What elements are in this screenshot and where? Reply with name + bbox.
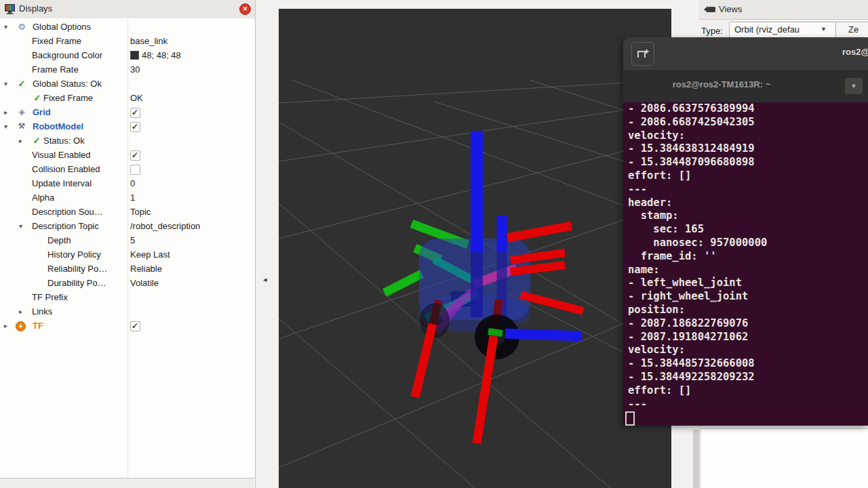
panel-splitter[interactable]: ◂	[256, 0, 279, 488]
tree-row-label: Durability Po…	[47, 276, 106, 290]
check-icon: ✓	[31, 91, 43, 105]
terminal-line: position:	[623, 304, 868, 317]
views-scrollbar[interactable]	[693, 430, 699, 488]
tree-row-value[interactable]: Reliable	[130, 262, 162, 276]
checkbox[interactable]	[130, 150, 140, 161]
tree-row-label: Frame Rate	[32, 62, 79, 77]
chevron-down-icon[interactable]: ▼	[821, 26, 827, 33]
tree-row-label: Global Status: Ok	[33, 77, 102, 91]
views-panel-header[interactable]: Views	[698, 0, 868, 20]
views-list-secondary[interactable]	[797, 428, 868, 488]
terminal-body[interactable]: - 2086.6637576389994- 2086.6687425042305…	[623, 102, 868, 426]
rviz-window: { "displays_panel": { "title": "Displays…	[0, 0, 868, 488]
tree-row-value[interactable]: base_link	[130, 34, 167, 48]
new-tab-button[interactable]	[631, 42, 654, 66]
tree-row-tf[interactable]: ▸TF	[0, 319, 254, 333]
collapsed-arrow-icon[interactable]: ▸	[4, 105, 14, 119]
terminal-line: effort: []	[623, 384, 868, 398]
tree-row-global-options[interactable]: ▾⚙Global Options	[0, 20, 254, 34]
terminal-line: ---	[623, 398, 868, 411]
tree-row-value[interactable]: 30	[130, 62, 140, 77]
checkbox[interactable]	[130, 321, 140, 331]
tree-row-value[interactable]: Keep Last	[130, 247, 170, 262]
tree-row-value[interactable]: 5	[130, 233, 135, 247]
terminal-line: effort: []	[623, 169, 868, 183]
tree-row-background-color[interactable]: Background Color48; 48; 48	[0, 48, 254, 62]
terminal-line: frame_id: ''	[623, 250, 868, 264]
3d-viewport[interactable]	[279, 9, 671, 488]
tree-row-value[interactable]: 48; 48; 48	[130, 48, 181, 62]
terminal-titlebar[interactable]: ros2@	[623, 37, 868, 70]
terminal-line: - right_wheel_joint	[623, 290, 868, 304]
tree-row-value[interactable]: 0	[130, 176, 135, 190]
tree-row-value[interactable]: OK	[130, 91, 143, 105]
check-icon: ✓	[31, 134, 43, 148]
tree-row-global-status-ok[interactable]: ▾✓Global Status: Ok	[0, 77, 254, 91]
views-list[interactable]	[700, 428, 797, 488]
tree-row-fixed-frame[interactable]: ✓Fixed FrameOK	[0, 91, 254, 105]
expanded-arrow-icon[interactable]: ▾	[4, 77, 14, 91]
tree-row-label: Background Color	[32, 48, 102, 62]
terminal-line: velocity:	[623, 344, 868, 357]
expanded-arrow-icon[interactable]: ▾	[19, 219, 28, 233]
tree-row-label: Global Options	[33, 20, 91, 34]
new-tab-icon	[637, 49, 649, 60]
tree-row-frame-rate[interactable]: Frame Rate30	[0, 62, 254, 77]
collapsed-arrow-icon[interactable]: ▸	[19, 304, 28, 319]
tree-row-update-interval[interactable]: Update Interval0	[0, 176, 254, 190]
tree-row-grid[interactable]: ▸◈Grid	[0, 105, 254, 119]
collapse-panel-icon[interactable]: ◂	[263, 275, 267, 284]
tree-row-label: RobotModel	[33, 119, 83, 134]
tree-row-links[interactable]: ▸Links	[0, 304, 254, 319]
collapsed-arrow-icon[interactable]: ▸	[19, 134, 28, 148]
tree-row-description-sou-[interactable]: Description Sou…Topic	[0, 205, 254, 219]
tree-row-tf-prefix[interactable]: TF Prefix	[0, 290, 254, 304]
tree-row-label: Collision Enabled	[32, 162, 100, 176]
tree-row-label: Links	[32, 304, 52, 319]
tree-row-value[interactable]: Volatile	[130, 276, 159, 290]
tree-row-label: TF Prefix	[32, 290, 68, 304]
tree-row-fixed-frame[interactable]: Fixed Framebase_link	[0, 34, 254, 48]
tree-row-label: Fixed Frame	[43, 91, 93, 105]
expanded-arrow-icon[interactable]: ▾	[4, 20, 14, 34]
terminal-cursor	[625, 411, 635, 426]
tree-row-depth[interactable]: Depth5	[0, 233, 254, 247]
terminal-tab[interactable]: ros2@ros2-TM1613R: ~	[623, 79, 820, 89]
eye-icon: ◈	[16, 105, 28, 119]
tree-row-label: Visual Enabled	[32, 148, 91, 162]
checkbox[interactable]	[130, 122, 140, 132]
tree-row-visual-enabled[interactable]: Visual Enabled	[0, 148, 254, 162]
views-panel-icon	[704, 5, 716, 14]
tree-row-value[interactable]: 1	[130, 190, 135, 205]
terminal-line: - 2086.6637576389994	[623, 102, 868, 116]
robot-icon: ⚒	[16, 119, 28, 134]
tree-row-status-ok[interactable]: ▸✓Status: Ok	[0, 134, 254, 148]
views-panel-title: Views	[719, 4, 742, 14]
tree-row-label: Description Topic	[32, 219, 99, 233]
check-icon: ✓	[16, 77, 28, 91]
displays-panel-header[interactable]: Displays ✕	[0, 0, 255, 19]
tree-row-alpha[interactable]: Alpha1	[0, 190, 254, 205]
close-icon[interactable]: ✕	[239, 3, 251, 15]
tree-row-label: Depth	[47, 233, 71, 247]
terminal-line: - 15.384638312484919	[623, 142, 868, 156]
tree-row-collision-enabled[interactable]: Collision Enabled	[0, 162, 254, 176]
tree-row-history-policy[interactable]: History PolicyKeep Last	[0, 247, 254, 262]
tree-row-description-topic[interactable]: ▾Description Topic/robot_description	[0, 219, 254, 233]
tree-row-label: Alpha	[32, 190, 54, 205]
tree-row-value[interactable]: Topic	[130, 205, 151, 219]
tree-row-reliability-po-[interactable]: Reliability Po…Reliable	[0, 262, 254, 276]
3d-scene	[279, 9, 671, 488]
checkbox[interactable]	[130, 165, 140, 175]
tree-row-robotmodel[interactable]: ▾⚒RobotModel	[0, 119, 254, 134]
tree-row-durability-po-[interactable]: Durability Po…Volatile	[0, 276, 254, 290]
checkbox[interactable]	[130, 108, 140, 118]
tab-list-chevron-icon[interactable]: ▼	[845, 78, 863, 94]
displays-panel-footer	[0, 478, 254, 488]
expanded-arrow-icon[interactable]: ▾	[4, 119, 14, 134]
tree-row-value[interactable]: /robot_description	[130, 219, 200, 233]
views-type-label: Type:	[701, 26, 723, 36]
displays-panel-title: Displays	[19, 3, 52, 14]
terminal-line: - 2086.6687425042305	[623, 116, 868, 129]
collapsed-arrow-icon[interactable]: ▸	[4, 319, 14, 333]
